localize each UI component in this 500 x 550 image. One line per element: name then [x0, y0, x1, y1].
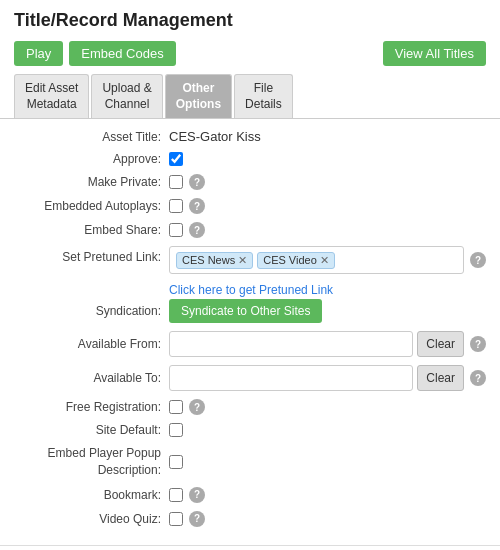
- make-private-row: Make Private: ?: [14, 174, 486, 190]
- available-from-input[interactable]: [169, 331, 413, 357]
- embed-share-row: Embed Share: ?: [14, 222, 486, 238]
- tab-bar: Edit AssetMetadata Upload &Channel Other…: [0, 74, 500, 119]
- free-registration-help-icon[interactable]: ?: [189, 399, 205, 415]
- site-default-checkbox[interactable]: [169, 423, 183, 437]
- make-private-checkbox[interactable]: [169, 175, 183, 189]
- available-from-clear-button[interactable]: Clear: [417, 331, 464, 357]
- embedded-autoplays-help-icon[interactable]: ?: [189, 198, 205, 214]
- free-registration-control: ?: [169, 399, 486, 415]
- available-to-row: Available To: Clear ?: [14, 365, 486, 391]
- available-to-clear-button[interactable]: Clear: [417, 365, 464, 391]
- play-button[interactable]: Play: [14, 41, 63, 66]
- tab-edit-asset[interactable]: Edit AssetMetadata: [14, 74, 89, 118]
- video-quiz-label: Video Quiz:: [14, 512, 169, 526]
- embed-share-checkbox[interactable]: [169, 223, 183, 237]
- tag-ces-video-remove[interactable]: ✕: [320, 254, 329, 267]
- syndication-row: Syndication: Syndicate to Other Sites: [14, 299, 486, 323]
- bottom-bar: « Prev Save/ Upload Changes Cancel Next …: [0, 545, 500, 550]
- free-registration-label: Free Registration:: [14, 400, 169, 414]
- bookmark-checkbox[interactable]: [169, 488, 183, 502]
- embed-share-help-icon[interactable]: ?: [189, 222, 205, 238]
- tag-ces-news: CES News ✕: [176, 252, 253, 269]
- approve-row: Approve:: [14, 152, 486, 166]
- tag-ces-news-remove[interactable]: ✕: [238, 254, 247, 267]
- approve-label: Approve:: [14, 152, 169, 166]
- form-area: Asset Title: CES-Gator Kiss Approve: Mak…: [0, 119, 500, 541]
- syndicate-button[interactable]: Syndicate to Other Sites: [169, 299, 322, 323]
- embedded-autoplays-label: Embedded Autoplays:: [14, 199, 169, 213]
- approve-control: [169, 152, 486, 166]
- available-from-row: Available From: Clear ?: [14, 331, 486, 357]
- video-quiz-checkbox[interactable]: [169, 512, 183, 526]
- embed-share-control: ?: [169, 222, 486, 238]
- pretuned-link-anchor[interactable]: Click here to get Pretuned Link: [169, 283, 333, 297]
- pretuned-link-help-icon[interactable]: ?: [470, 252, 486, 268]
- available-from-label: Available From:: [14, 337, 169, 351]
- pretuned-tag-container: CES News ✕ CES Video ✕: [169, 246, 464, 274]
- pretuned-link-control: CES News ✕ CES Video ✕ ? Click here to g…: [169, 246, 486, 297]
- asset-title-row: Asset Title: CES-Gator Kiss: [14, 129, 486, 144]
- syndication-control: Syndicate to Other Sites: [169, 299, 486, 323]
- available-from-control: Clear ?: [169, 331, 486, 357]
- tab-upload-channel[interactable]: Upload &Channel: [91, 74, 162, 118]
- free-registration-row: Free Registration: ?: [14, 399, 486, 415]
- tab-file-details[interactable]: FileDetails: [234, 74, 293, 118]
- available-to-input[interactable]: [169, 365, 413, 391]
- video-quiz-row: Video Quiz: ?: [14, 511, 486, 527]
- make-private-label: Make Private:: [14, 175, 169, 189]
- embed-share-label: Embed Share:: [14, 223, 169, 237]
- video-quiz-help-icon[interactable]: ?: [189, 511, 205, 527]
- embed-player-popup-checkbox[interactable]: [169, 455, 183, 469]
- embedded-autoplays-control: ?: [169, 198, 486, 214]
- embed-player-popup-label: Embed Player PopupDescription:: [14, 445, 169, 479]
- site-default-label: Site Default:: [14, 423, 169, 437]
- tab-other-options[interactable]: OtherOptions: [165, 74, 232, 118]
- free-registration-checkbox[interactable]: [169, 400, 183, 414]
- bookmark-control: ?: [169, 487, 486, 503]
- available-to-control: Clear ?: [169, 365, 486, 391]
- bookmark-label: Bookmark:: [14, 488, 169, 502]
- embed-codes-button[interactable]: Embed Codes: [69, 41, 175, 66]
- view-all-titles-button[interactable]: View All Titles: [383, 41, 486, 66]
- site-default-row: Site Default:: [14, 423, 486, 437]
- pretuned-link-label: Set Pretuned Link:: [14, 246, 169, 264]
- top-bar: Play Embed Codes View All Titles: [0, 37, 500, 74]
- asset-title-label: Asset Title:: [14, 130, 169, 144]
- bookmark-help-icon[interactable]: ?: [189, 487, 205, 503]
- bookmark-row: Bookmark: ?: [14, 487, 486, 503]
- pretuned-link-row: Set Pretuned Link: CES News ✕ CES Video …: [14, 246, 486, 297]
- embedded-autoplays-row: Embedded Autoplays: ?: [14, 198, 486, 214]
- site-default-control: [169, 423, 486, 437]
- syndication-label: Syndication:: [14, 304, 169, 318]
- available-to-label: Available To:: [14, 371, 169, 385]
- available-from-help-icon[interactable]: ?: [470, 336, 486, 352]
- embedded-autoplays-checkbox[interactable]: [169, 199, 183, 213]
- page-title: Title/Record Management: [0, 0, 500, 37]
- tag-ces-video: CES Video ✕: [257, 252, 335, 269]
- embed-player-popup-row: Embed Player PopupDescription:: [14, 445, 486, 479]
- make-private-control: ?: [169, 174, 486, 190]
- approve-checkbox[interactable]: [169, 152, 183, 166]
- asset-title-value: CES-Gator Kiss: [169, 129, 261, 144]
- available-to-help-icon[interactable]: ?: [470, 370, 486, 386]
- video-quiz-control: ?: [169, 511, 486, 527]
- make-private-help-icon[interactable]: ?: [189, 174, 205, 190]
- asset-title-control: CES-Gator Kiss: [169, 129, 486, 144]
- embed-player-popup-control: [169, 455, 486, 469]
